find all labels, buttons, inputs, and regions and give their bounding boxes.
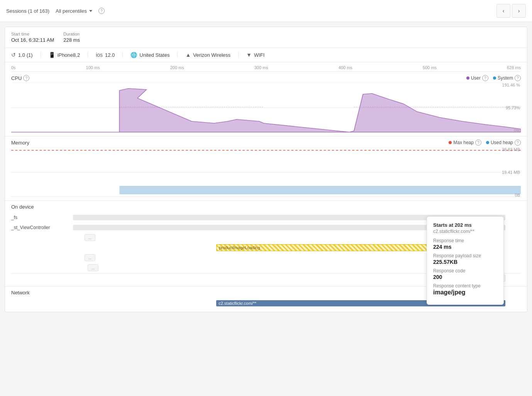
tooltip-code-label: Response code <box>433 268 497 274</box>
duration-item: Duration 228 ms <box>63 32 80 43</box>
cpu-y-labels: 191.46 % 95.73% 0% <box>502 83 521 133</box>
country-value: United States <box>139 52 169 58</box>
network-url-1: c2.staticflickr.com/** <box>219 301 256 306</box>
on-device-section: On device _fs _st_ViewController ... <box>5 201 527 287</box>
cpu-user-help[interactable]: ? <box>482 75 488 81</box>
tooltip-rt-label: Response time <box>433 238 497 243</box>
timeline-tick-200: 200 ms <box>170 65 184 70</box>
timeline-tick-300: 300 ms <box>254 65 268 70</box>
model-value: iPhone8,2 <box>58 52 80 58</box>
os-value: 12.0 <box>105 52 115 58</box>
start-time-value: Oct 16, 6:32:11 AM <box>11 37 54 43</box>
cpu-help-icon[interactable]: ? <box>23 75 29 81</box>
timeline-ruler: 0s 100 ms 200 ms 300 ms 400 ms 500 ms 62… <box>5 62 527 72</box>
memory-chart-header: Memory Max heap ? Used heap ? <box>11 139 521 146</box>
trace-label-fs: _fs <box>11 215 73 220</box>
device-country: 🌐 United States <box>123 52 178 58</box>
tooltip-title: Starts at 202 ms <box>433 222 497 228</box>
cpu-system-dot <box>493 76 496 80</box>
top-bar: Sessions (1 of 163) All percentiles ? ‹ … <box>0 0 532 22</box>
tooltip-ct-value: image/jpeg <box>433 289 497 296</box>
cpu-y-bot: 0% <box>502 128 520 133</box>
memory-chart: 38.83 MB 19.41 MB 0B <box>11 147 521 197</box>
tooltip-code: Response code 200 <box>433 268 497 280</box>
device-version: ↺ 1.0 (1) <box>11 52 41 58</box>
tooltip-code-value: 200 <box>433 274 497 280</box>
duration-value: 228 ms <box>63 37 80 43</box>
used-heap-dot <box>486 141 489 144</box>
memory-title: Memory <box>11 140 29 146</box>
version-icon: ↺ <box>11 52 16 58</box>
tooltip-payload: Response payload size 225.57KB <box>433 253 497 265</box>
percentile-label: All percentiles <box>56 8 87 14</box>
used-heap-legend: Used heap ? <box>486 139 521 146</box>
cpu-system-label: System <box>498 75 513 81</box>
memory-y-top: 38.83 MB <box>502 147 520 152</box>
device-model: 📱 iPhone8,2 <box>41 52 88 58</box>
memory-chart-section: Memory Max heap ? Used heap ? <box>5 136 527 201</box>
cpu-chart-header: CPU ? User ? System ? <box>11 75 521 81</box>
cpu-legend: User ? System ? <box>466 75 521 81</box>
timeline-tick-100: 100 ms <box>86 65 100 70</box>
cpu-title: CPU ? <box>11 75 29 81</box>
svg-rect-9 <box>119 186 521 194</box>
memory-y-bot: 0B <box>502 193 520 197</box>
network-value: WIFI <box>254 52 264 58</box>
session-meta: Start time Oct 16, 6:32:11 AM Duration 2… <box>5 27 527 48</box>
cpu-system-legend: System ? <box>493 75 521 81</box>
used-heap-label: Used heap <box>491 140 513 145</box>
globe-icon: 🌐 <box>130 52 137 58</box>
tooltip-rt-value: 224 ms <box>433 244 497 250</box>
max-heap-legend: Max heap ? <box>449 139 481 146</box>
wifi-icon: ▼ <box>246 52 252 58</box>
version-value: 1.0 (1) <box>18 52 33 58</box>
tooltip-response-time: Response time 224 ms <box>433 238 497 250</box>
max-heap-help[interactable]: ? <box>475 139 481 146</box>
trace-label-stvc: _st_ViewController <box>11 225 73 230</box>
top-bar-left: Sessions (1 of 163) All percentiles ? <box>6 8 105 14</box>
used-heap-help[interactable]: ? <box>515 139 521 146</box>
tooltip-subtitle: c2.staticflickr.com/** <box>433 229 497 234</box>
memory-y-mid: 19.41 MB <box>502 170 520 175</box>
expand-button-1[interactable]: ... <box>85 234 95 241</box>
next-session-button[interactable]: › <box>512 4 526 18</box>
phone-icon: 📱 <box>49 52 55 58</box>
help-icon[interactable]: ? <box>98 8 105 14</box>
device-carrier: ▲ Verizon Wireless <box>178 52 239 58</box>
on-device-title: On device <box>11 204 521 210</box>
cpu-system-help[interactable]: ? <box>515 75 521 81</box>
device-os: ios 12.0 <box>88 52 123 58</box>
start-time-item: Start time Oct 16, 6:32:11 AM <box>11 32 54 43</box>
cpu-user-label: User <box>471 75 481 81</box>
tooltip-card: Starts at 202 ms c2.staticflickr.com/** … <box>427 216 504 305</box>
memory-legend: Max heap ? Used heap ? <box>449 139 521 146</box>
expand-button-3[interactable]: ... <box>88 264 98 271</box>
tooltip-ct-label: Response content type <box>433 283 497 289</box>
cpu-user-legend: User ? <box>466 75 488 81</box>
signal-icon: ▲ <box>185 52 191 58</box>
max-heap-dot <box>449 141 452 144</box>
nav-buttons: ‹ › <box>496 4 526 18</box>
percentile-dropdown[interactable]: All percentiles <box>56 8 92 14</box>
timeline-tick-500: 500 ms <box>423 65 437 70</box>
expand-button-2[interactable]: ... <box>85 254 95 261</box>
cpu-chart-svg <box>11 83 521 133</box>
memory-chart-svg <box>11 147 521 197</box>
tooltip-payload-value: 225.57KB <box>433 259 497 265</box>
cpu-y-top: 191.46 % <box>502 83 520 87</box>
timeline-tick-0: 0s <box>11 65 16 70</box>
main-card: Start time Oct 16, 6:32:11 AM Duration 2… <box>5 27 527 312</box>
ios-icon: ios <box>96 52 103 58</box>
tooltip-content-type: Response content type image/jpeg <box>433 283 497 296</box>
timeline-tick-628: 628 ms <box>507 65 521 70</box>
device-network: ▼ WIFI <box>239 52 272 58</box>
timeline-tick-400: 400 ms <box>339 65 352 70</box>
duration-label: Duration <box>63 32 80 36</box>
product-bar: productImageLoading <box>216 244 440 251</box>
start-time-label: Start time <box>11 32 54 36</box>
max-heap-label: Max heap <box>453 140 474 145</box>
cpu-user-dot <box>466 76 469 80</box>
device-info-row: ↺ 1.0 (1) 📱 iPhone8,2 ios 12.0 🌐 United … <box>5 48 527 62</box>
prev-session-button[interactable]: ‹ <box>496 4 510 18</box>
sessions-label: Sessions (1 of 163) <box>6 8 49 14</box>
